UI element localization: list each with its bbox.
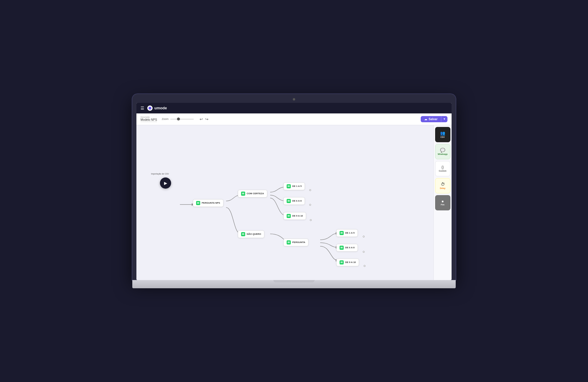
save-button[interactable]: ☁ Salvar bbox=[421, 116, 441, 122]
logo-area: umode bbox=[147, 105, 167, 111]
delay-icon: ⏱ bbox=[441, 182, 445, 187]
node-pergunta-nps[interactable]: ✉ PERGUNTA NPS bbox=[193, 199, 223, 207]
connector-dot bbox=[309, 204, 311, 206]
logo-icon bbox=[147, 105, 153, 111]
node-de1a5-bot[interactable]: ✉ DE 1 A 5 bbox=[336, 229, 358, 237]
top-nav: ☰ umode bbox=[136, 103, 452, 113]
save-button-group: ☁ Salvar ▼ bbox=[421, 116, 447, 122]
redo-button[interactable]: ↪ bbox=[205, 117, 208, 121]
connector-dot bbox=[310, 219, 312, 221]
connector-dot bbox=[309, 189, 311, 191]
undo-redo-group: ↩ ↪ bbox=[200, 117, 208, 121]
laptop-container: ☰ umode Descrição Modelo NPS bbox=[132, 94, 456, 288]
fim-icon: ■ bbox=[442, 200, 444, 203]
app-title: umode bbox=[154, 106, 167, 110]
save-label: Salvar bbox=[429, 118, 437, 121]
node-label: DE 9 A 10 bbox=[292, 215, 303, 217]
save-icon: ☁ bbox=[424, 118, 427, 121]
node-label: DE 1 A 5 bbox=[292, 185, 302, 187]
connector-dot bbox=[363, 236, 365, 237]
whatsapp-panel-label: Whatsapp bbox=[438, 153, 447, 155]
node-de1a5-top[interactable]: ✉ DE 1 A 5 bbox=[283, 182, 305, 190]
node-label: PERGUNTA NPS bbox=[202, 202, 220, 204]
whatsapp-icon: ✉ bbox=[196, 201, 200, 205]
whatsapp-icon: ✉ bbox=[241, 192, 245, 196]
whatsapp-icon: ✉ bbox=[340, 260, 344, 264]
whatsapp-icon: ✉ bbox=[287, 199, 291, 203]
desc-label: Descrição bbox=[141, 116, 157, 118]
panel-item-custom[interactable]: {} Custom bbox=[435, 161, 450, 176]
node-label: PERGUNTA bbox=[292, 241, 305, 244]
save-dropdown-button[interactable]: ▼ bbox=[441, 116, 447, 122]
start-node[interactable]: ▶ bbox=[160, 177, 171, 189]
main-area: Importação de CSV ▶ ✉ PERGUNTA NPS ✉ COM… bbox=[136, 125, 452, 280]
laptop-base bbox=[132, 280, 456, 288]
connector-dot bbox=[364, 265, 365, 267]
whatsapp-icon: ✉ bbox=[340, 231, 344, 235]
custom-icon: {} bbox=[441, 165, 444, 169]
laptop-notch bbox=[273, 280, 315, 282]
custom-label: Custom bbox=[439, 170, 446, 172]
csv-icon: 👥 bbox=[440, 131, 445, 135]
node-label: DE 9 A 10 bbox=[345, 261, 356, 264]
connector-dot bbox=[363, 251, 365, 253]
whatsapp-panel-icon: 💬 bbox=[440, 148, 445, 153]
toolbar: Descrição Modelo NPS Zoom ↩ ↪ bbox=[136, 113, 452, 125]
node-pergunta[interactable]: ✉ PERGUNTA bbox=[283, 239, 308, 246]
node-label: DE 6 A 8 bbox=[292, 200, 302, 202]
fim-label: Fim bbox=[441, 204, 444, 206]
flow-canvas[interactable]: Importação de CSV ▶ ✉ PERGUNTA NPS ✉ COM… bbox=[136, 125, 433, 280]
laptop-screen: ☰ umode Descrição Modelo NPS bbox=[136, 103, 452, 280]
screen-bezel: ☰ umode Descrição Modelo NPS bbox=[132, 94, 456, 280]
zoom-slider[interactable] bbox=[170, 119, 194, 120]
hamburger-icon[interactable]: ☰ bbox=[141, 106, 144, 110]
whatsapp-icon: ✉ bbox=[287, 184, 291, 188]
right-panel: 👥 CSV 💬 Whatsapp {} Custom bbox=[433, 125, 452, 280]
node-label: DE 6 A 8 bbox=[345, 246, 355, 249]
undo-button[interactable]: ↩ bbox=[200, 117, 203, 121]
whatsapp-icon: ✉ bbox=[241, 232, 245, 236]
panel-item-fim[interactable]: ■ Fim bbox=[435, 195, 450, 210]
whatsapp-icon: ✉ bbox=[287, 240, 291, 244]
delay-label: Delay bbox=[440, 187, 445, 189]
panel-item-csv[interactable]: 👥 CSV bbox=[435, 127, 450, 142]
csv-label: CSV bbox=[440, 136, 445, 138]
node-de6a8-bot[interactable]: ✉ DE 6 A 8 bbox=[336, 244, 358, 252]
node-de9a10-bot[interactable]: ✉ DE 9 A 10 bbox=[336, 259, 359, 266]
node-nao-quero[interactable]: ✉ NÃO QUERO bbox=[238, 230, 264, 238]
whatsapp-icon: ✉ bbox=[340, 246, 344, 250]
zoom-control: Zoom bbox=[162, 118, 194, 120]
node-de9a10-top[interactable]: ✉ DE 9 A 10 bbox=[283, 212, 306, 220]
camera bbox=[293, 98, 295, 100]
zoom-thumb bbox=[177, 118, 180, 120]
zoom-label: Zoom bbox=[162, 118, 168, 120]
node-de6a8-top[interactable]: ✉ DE 6 A 8 bbox=[283, 197, 305, 205]
start-label: Importação de CSV bbox=[148, 173, 172, 175]
whatsapp-icon: ✉ bbox=[287, 214, 291, 218]
description-field: Descrição Modelo NPS bbox=[141, 116, 157, 122]
node-label: DE 1 A 5 bbox=[345, 232, 355, 234]
node-com-certeza[interactable]: ✉ COM CERTEZA bbox=[238, 190, 267, 197]
node-label: COM CERTEZA bbox=[247, 192, 264, 195]
node-label: NÃO QUERO bbox=[247, 233, 261, 235]
app-container: ☰ umode Descrição Modelo NPS bbox=[136, 103, 452, 280]
panel-item-delay[interactable]: ⏱ Delay bbox=[435, 178, 450, 193]
desc-value: Modelo NPS bbox=[141, 118, 157, 122]
panel-item-whatsapp[interactable]: 💬 Whatsapp bbox=[435, 144, 450, 159]
